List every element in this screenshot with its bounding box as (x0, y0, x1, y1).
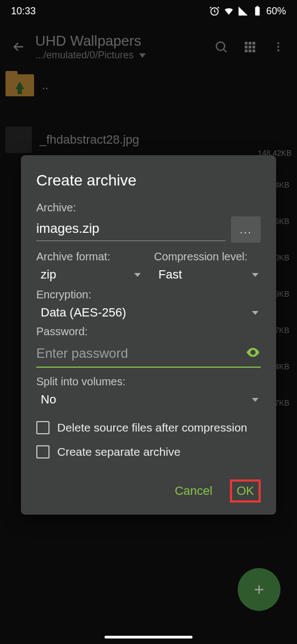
svg-rect-2 (256, 6, 258, 7)
encryption-label: Encryption: (36, 288, 261, 301)
parent-folder-label: .. (42, 78, 292, 92)
page-title: UHD Wallpapers (35, 32, 213, 50)
parent-folder-row[interactable]: .. (6, 72, 292, 99)
separate-archive-checkbox[interactable]: Create separate archive (36, 440, 261, 464)
svg-rect-11 (249, 50, 251, 52)
chevron-down-icon (252, 398, 258, 402)
archive-name-input[interactable] (36, 219, 226, 241)
add-fab[interactable]: + (238, 568, 280, 611)
alarm-icon (209, 6, 220, 17)
svg-point-15 (277, 50, 279, 52)
compression-label: Compression level: (154, 250, 261, 263)
svg-point-13 (277, 42, 279, 45)
chevron-down-icon (134, 273, 141, 277)
svg-rect-5 (249, 42, 251, 45)
dialog-title: Create archive (36, 172, 261, 189)
svg-rect-4 (245, 42, 248, 45)
svg-point-16 (252, 351, 255, 354)
svg-rect-7 (245, 46, 248, 48)
list-item[interactable]: _fhdabstract28.jpg 148.42KB (6, 121, 292, 159)
chevron-down-icon (252, 311, 258, 315)
svg-point-3 (216, 42, 224, 50)
password-input[interactable] (36, 340, 261, 368)
ok-highlight: OK (230, 479, 261, 503)
view-grid-button[interactable] (242, 39, 257, 54)
search-icon (214, 40, 228, 54)
checkbox-icon (36, 445, 50, 459)
format-label: Archive format: (36, 250, 143, 263)
svg-rect-8 (249, 46, 251, 48)
password-label: Password: (36, 325, 261, 338)
encryption-value: Data (AES-256) (41, 305, 126, 320)
wifi-icon (223, 6, 234, 17)
separate-archive-label: Create separate archive (57, 445, 180, 459)
breadcrumb: .../emulated/0/Pictures (35, 50, 213, 61)
search-button[interactable] (213, 39, 229, 54)
ok-button[interactable]: OK (237, 484, 254, 498)
encryption-dropdown[interactable]: Data (AES-256) (36, 303, 261, 323)
dropdown-caret-icon (139, 53, 146, 58)
arrow-left-icon (11, 39, 26, 54)
svg-point-14 (277, 46, 279, 48)
status-time: 10:33 (11, 6, 36, 17)
compression-value: Fast (158, 268, 182, 282)
more-vertical-icon (272, 41, 284, 53)
split-label: Split into volumes: (36, 375, 261, 388)
breadcrumb-path: .../emulated/0/Pictures (35, 50, 134, 61)
svg-rect-9 (252, 46, 255, 48)
battery-percent: 60% (266, 6, 286, 17)
format-dropdown[interactable]: zip (36, 265, 143, 285)
status-right: 60% (209, 6, 286, 17)
split-dropdown[interactable]: No (36, 390, 261, 410)
compression-dropdown[interactable]: Fast (154, 265, 261, 285)
svg-rect-6 (252, 42, 255, 45)
grid-icon (243, 40, 256, 53)
svg-rect-10 (245, 50, 248, 52)
status-bar: 10:33 60% (0, 0, 297, 22)
folder-up-icon (6, 74, 34, 96)
svg-rect-12 (252, 50, 255, 52)
visibility-icon[interactable] (245, 345, 261, 360)
signal-icon (238, 6, 249, 17)
chevron-down-icon (252, 273, 258, 277)
checkbox-icon (36, 421, 50, 434)
archive-label: Archive: (36, 201, 261, 214)
split-value: No (41, 392, 56, 407)
browse-button[interactable]: ... (231, 216, 261, 243)
cancel-button[interactable]: Cancel (168, 479, 219, 503)
create-archive-dialog: Create archive Archive: ... Archive form… (21, 155, 276, 515)
format-value: zip (41, 268, 56, 282)
file-name: _fhdabstract28.jpg (40, 133, 292, 147)
app-actions (213, 39, 290, 54)
thumbnail-icon (6, 127, 32, 153)
title-block[interactable]: UHD Wallpapers .../emulated/0/Pictures (35, 32, 213, 61)
plus-icon: + (254, 580, 265, 600)
delete-source-checkbox[interactable]: Delete source files after compression (36, 416, 261, 440)
nav-indicator (105, 636, 193, 638)
back-button[interactable] (7, 35, 31, 59)
svg-rect-1 (255, 7, 260, 16)
more-button[interactable] (271, 39, 286, 54)
delete-source-label: Delete source files after compression (57, 421, 248, 434)
battery-icon (252, 6, 263, 17)
app-bar: UHD Wallpapers .../emulated/0/Pictures (0, 22, 297, 72)
